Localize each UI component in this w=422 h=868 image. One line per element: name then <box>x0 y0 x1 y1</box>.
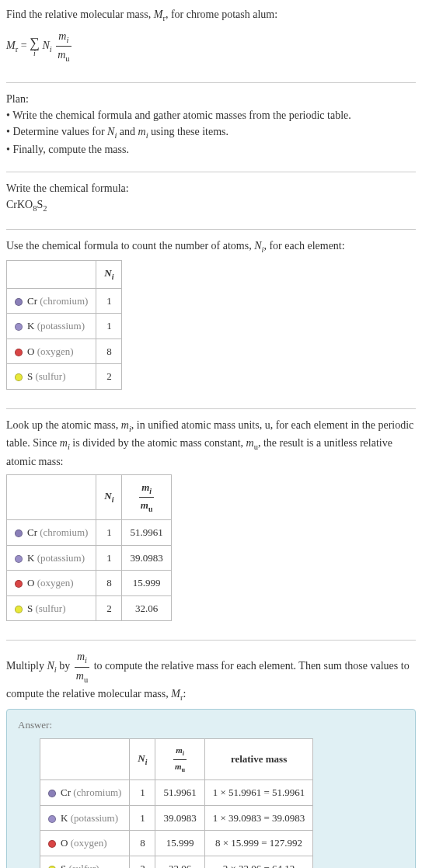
cell-N: 1 <box>130 780 155 806</box>
header-Ni: Ni <box>96 474 122 519</box>
element-dot-icon <box>15 323 23 331</box>
element-cell: Cr (chromium) <box>40 780 130 806</box>
element-dot-icon <box>48 815 56 823</box>
element-dot-icon <box>15 298 23 306</box>
cell-relmass: 1 × 39.0983 = 39.0983 <box>204 805 313 831</box>
cell-mass: 51.9961 <box>122 520 171 546</box>
cell-N: 8 <box>96 571 122 596</box>
element-cell: O (oxygen) <box>7 339 96 364</box>
answer-label: Answer: <box>18 717 404 733</box>
multiply-text: Multiply Ni by mimu to compute the relat… <box>6 648 416 704</box>
divider <box>6 229 416 230</box>
cell-mass: 32.06 <box>155 856 204 868</box>
header-Ni: Ni <box>130 739 155 780</box>
element-dot-icon <box>15 580 23 588</box>
answer-table: Ni mimu relative mass Cr (chromium) 1 51… <box>40 738 313 868</box>
plan-section: Plan: • Write the chemical formula and g… <box>6 91 416 165</box>
table-row: K (potassium) 1 39.0983 1 × 39.0983 = 39… <box>40 805 313 831</box>
element-dot-icon <box>15 606 23 613</box>
element-dot-icon <box>48 840 56 848</box>
divider <box>6 640 416 641</box>
cell-relmass: 2 × 32.06 = 64.12 <box>204 856 313 868</box>
element-cell: S (sulfur) <box>40 856 130 868</box>
divider <box>6 82 416 83</box>
element-cell: Cr (chromium) <box>7 288 96 314</box>
element-dot-icon <box>48 790 56 797</box>
cell-mass: 39.0983 <box>122 545 171 571</box>
element-cell: Cr (chromium) <box>7 520 96 546</box>
cell-N: 1 <box>96 520 122 546</box>
count-section: Use the chemical formula to count the nu… <box>6 238 416 401</box>
sub-i: i <box>50 45 52 54</box>
table-row: Cr (chromium) 1 51.9961 1 × 51.9961 = 51… <box>40 780 313 806</box>
count-table: Ni Cr (chromium) 1 K (potassium) 1 O (ox… <box>6 260 122 389</box>
table-row: Cr (chromium) 1 <box>7 288 122 314</box>
intro-post: , for chrome potash alum: <box>166 9 277 20</box>
cell-mass: 39.0983 <box>155 805 204 831</box>
table-row: S (sulfur) 2 32.06 <box>7 595 172 621</box>
plan-item-3: • Finally, compute the mass. <box>6 141 416 158</box>
table-header-row: Ni mimu <box>7 474 172 519</box>
element-cell: K (potassium) <box>7 314 96 339</box>
mass-table: Ni mimu Cr (chromium) 1 51.9961 K (potas… <box>6 474 172 621</box>
cell-N: 8 <box>96 339 122 364</box>
table-row: O (oxygen) 8 15.999 <box>7 571 172 596</box>
element-cell: K (potassium) <box>7 545 96 571</box>
header-Ni: Ni <box>96 261 122 288</box>
intro-pre: Find the relative molecular mass, <box>6 9 154 20</box>
var-M: M <box>154 9 163 20</box>
plan-item-1: • Write the chemical formula and gather … <box>6 107 416 123</box>
plan-item-2: • Determine values for Ni and mi using t… <box>6 123 416 142</box>
cell-N: 2 <box>130 856 155 868</box>
cell-relmass: 1 × 51.9961 = 51.9961 <box>204 780 313 806</box>
element-cell: O (oxygen) <box>7 571 96 596</box>
formula-definition: Mr = ∑ i Ni mi mu <box>6 28 416 65</box>
element-cell: S (sulfur) <box>7 595 96 621</box>
cell-N: 1 <box>130 805 155 831</box>
table-row: O (oxygen) 8 15.999 8 × 15.999 = 127.992 <box>40 831 313 856</box>
answer-content: Ni mimu relative mass Cr (chromium) 1 51… <box>18 738 404 868</box>
cell-N: 8 <box>130 831 155 856</box>
table-row: S (sulfur) 2 <box>7 364 122 390</box>
cell-N: 1 <box>96 314 122 339</box>
header-mi-mu: mimu <box>155 739 204 780</box>
sub-r2: r <box>16 45 19 54</box>
cell-mass: 32.06 <box>122 595 171 621</box>
divider <box>6 172 416 172</box>
table-row: K (potassium) 1 <box>7 314 122 339</box>
lookup-section: Look up the atomic mass, mi, in unified … <box>6 417 416 633</box>
table-row: S (sulfur) 2 32.06 2 × 32.06 = 64.12 <box>40 856 313 868</box>
header-mi-mu: mimu <box>122 474 171 519</box>
fraction: mi mu <box>56 28 71 65</box>
cell-N: 1 <box>96 545 122 571</box>
element-cell: K (potassium) <box>40 805 130 831</box>
cell-N: 2 <box>96 364 122 390</box>
cell-relmass: 8 × 15.999 = 127.992 <box>204 831 313 856</box>
chem-formula-section: Write the chemical formula: CrKO8S2 <box>6 180 416 221</box>
header-relmass: relative mass <box>204 739 313 780</box>
lookup-text: Look up the atomic mass, mi, in unified … <box>6 417 416 470</box>
element-dot-icon <box>15 373 23 381</box>
cell-N: 1 <box>96 288 122 314</box>
element-cell: S (sulfur) <box>7 364 96 390</box>
chem-formula-heading: Write the chemical formula: <box>6 180 416 196</box>
divider <box>6 408 416 409</box>
sigma-icon: ∑ i <box>30 36 40 57</box>
element-dot-icon <box>15 529 23 537</box>
element-cell: O (oxygen) <box>40 831 130 856</box>
cell-N: 2 <box>96 595 122 621</box>
cell-mass: 15.999 <box>155 831 204 856</box>
count-text: Use the chemical formula to count the nu… <box>6 238 416 256</box>
element-dot-icon <box>15 349 23 356</box>
table-row: K (potassium) 1 39.0983 <box>7 545 172 571</box>
var-N: N <box>42 40 49 51</box>
chem-formula: CrKO8S2 <box>6 196 416 215</box>
plan-heading: Plan: <box>6 91 416 107</box>
multiply-section: Multiply Ni by mimu to compute the relat… <box>6 648 416 868</box>
cell-mass: 15.999 <box>122 571 171 596</box>
cell-mass: 51.9961 <box>155 780 204 806</box>
intro-section: Find the relative molecular mass, Mr, fo… <box>6 6 416 75</box>
table-header-row: Ni mimu relative mass <box>40 739 313 780</box>
var-M2: M <box>6 40 16 51</box>
table-header-row: Ni <box>7 261 122 288</box>
